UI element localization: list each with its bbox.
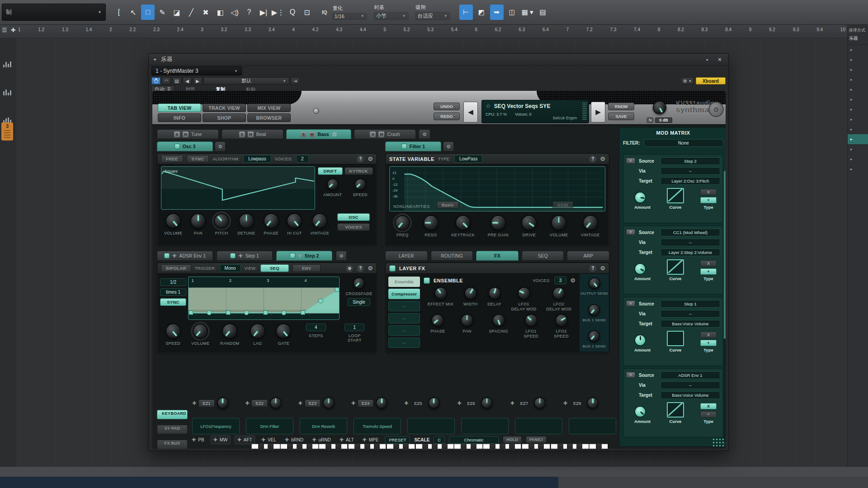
browser-row[interactable]: ▸	[848, 164, 868, 174]
move-icon[interactable]: ✚	[245, 400, 249, 406]
close-icon[interactable]: ✕	[716, 56, 724, 63]
knob[interactable]	[534, 397, 546, 409]
seq-sync-button[interactable]: SYNC	[160, 298, 186, 306]
steps-value[interactable]: 4	[306, 324, 326, 331]
knob[interactable]	[165, 213, 181, 229]
piano-key-black[interactable]	[461, 444, 467, 449]
type-plus-button[interactable]: +	[700, 411, 717, 418]
prev-preset-arrow[interactable]: ◀	[463, 102, 478, 122]
normalize-toggle[interactable]: N	[647, 117, 653, 123]
source-value[interactable]: Step 2	[660, 157, 720, 165]
source-value[interactable]: ADSR Env 1	[660, 371, 720, 379]
view-button-track-view[interactable]: TRACK VIEW	[203, 103, 246, 112]
insert-button[interactable]: ⇥	[291, 77, 300, 84]
piano-key-black[interactable]	[471, 444, 476, 449]
view-button-mix-view[interactable]: MIX VIEW	[247, 103, 291, 112]
mod-matrix-scrollbar[interactable]	[724, 171, 726, 442]
page-tab-seq[interactable]: SEQ	[522, 251, 564, 261]
quantize-b-icon[interactable]: ▶⋮	[271, 5, 285, 20]
piano-key-black[interactable]	[297, 444, 302, 449]
browser-row[interactable]: ▸	[848, 124, 868, 134]
knob[interactable]	[193, 324, 208, 339]
knob[interactable]	[323, 397, 335, 409]
controller-brnd[interactable]: ✚bRND	[283, 436, 306, 444]
enable-checkbox[interactable]	[230, 253, 236, 258]
split-view-icon[interactable]: ◫	[505, 5, 519, 20]
next-preset-button[interactable]: ▶	[193, 77, 202, 84]
piano-key-black[interactable]	[364, 444, 370, 449]
piano-key-black[interactable]	[354, 444, 360, 449]
filter-graph[interactable]: 120-12-24-36NONLINEARITIESBasicACID	[389, 166, 605, 211]
piano-key-black[interactable]	[287, 444, 293, 449]
view-button-browser[interactable]: BROWSER	[247, 113, 291, 122]
side-button-keyboard[interactable]: KEYBOARD	[157, 410, 188, 419]
save-button[interactable]: SAVE	[608, 113, 634, 120]
layer-gear-icon[interactable]: ⚙	[332, 131, 337, 138]
scale-key-value[interactable]: C	[434, 436, 445, 444]
solo-button[interactable]: S	[239, 131, 245, 137]
piano-key-black[interactable]	[335, 444, 341, 449]
scale-preset-button[interactable]: PRESET	[385, 436, 410, 444]
instrument-dropdown[interactable]: 1 - SynthMaster 3▼	[151, 66, 242, 75]
seq-view-button[interactable]: SEQ	[260, 264, 289, 272]
acid-button[interactable]: ACID	[552, 201, 573, 209]
source-value[interactable]: Step 1	[660, 300, 720, 308]
plugin-power-button[interactable]	[151, 77, 160, 84]
step-sequencer-display[interactable]: 12341111	[188, 277, 340, 320]
gear-icon[interactable]: ⚙	[368, 265, 373, 272]
view-button-shop[interactable]: SHOP	[203, 113, 246, 122]
knob[interactable]	[353, 277, 365, 289]
snap-dropdown[interactable]: 自适应▼	[415, 12, 450, 20]
knob[interactable]	[327, 178, 339, 190]
mute-tool-icon[interactable]: ✖	[199, 5, 212, 20]
instrument-track-badge[interactable]: 3	[1, 122, 13, 141]
knob[interactable]	[461, 314, 473, 327]
curve-button[interactable]	[667, 188, 684, 203]
panic-button[interactable]: PANIC!	[526, 436, 547, 443]
type-plus-button[interactable]: +	[700, 197, 717, 203]
view-button-info[interactable]: INFO	[158, 113, 201, 122]
kytrck-button[interactable]: KYTRCK	[344, 167, 373, 175]
filter1-gear-icon[interactable]: ⚙	[443, 141, 454, 151]
browser-row[interactable]: ▸	[848, 114, 868, 124]
seq-ratio-value[interactable]: 1/2	[160, 278, 186, 286]
knob[interactable]	[276, 324, 291, 339]
knob[interactable]	[434, 287, 447, 300]
slot-delete-button[interactable]: X	[626, 158, 635, 164]
knob[interactable]	[491, 215, 506, 230]
knob[interactable]	[287, 213, 302, 229]
slot-delete-button[interactable]: X	[626, 300, 635, 306]
ez-assignment-7[interactable]	[515, 418, 562, 434]
ez-assignment-2[interactable]: Drm Filter	[246, 418, 293, 434]
ez-button-6[interactable]: EZ6	[463, 400, 478, 407]
enable-checkbox[interactable]	[389, 265, 396, 272]
voices-value[interactable]: 3	[554, 277, 567, 284]
enable-checkbox[interactable]	[401, 144, 407, 149]
automation-dial-button[interactable]: ◠	[162, 77, 171, 84]
layer-tab-bass[interactable]: SMBass⚙	[286, 129, 351, 139]
piano-key-black[interactable]	[567, 444, 573, 449]
move-icon[interactable]: ✚	[404, 400, 408, 406]
knob[interactable]	[165, 324, 181, 339]
enable-checkbox[interactable]	[290, 253, 295, 258]
piano-key-black[interactable]	[403, 444, 409, 449]
type-x-button[interactable]: X	[700, 189, 717, 195]
listen-tool-icon[interactable]: ◁)	[228, 5, 241, 20]
knob[interactable]	[395, 215, 410, 230]
next-preset-arrow[interactable]: ▶	[591, 102, 605, 122]
quantize-dropdown[interactable]: 1/16▼	[332, 13, 367, 20]
knob[interactable]	[190, 213, 206, 229]
knob[interactable]	[264, 213, 279, 229]
mod-tab-step-2[interactable]: ✚Step 2	[276, 251, 332, 261]
page-tab-fx[interactable]: FX	[476, 251, 519, 261]
help-icon[interactable]: ?	[589, 265, 596, 272]
layer-tab-beat[interactable]: SMBeat	[222, 129, 283, 139]
eraser-tool-icon[interactable]: ◪	[170, 5, 184, 20]
amount-knob[interactable]	[634, 192, 646, 203]
quantize-a-icon[interactable]: ▶|	[257, 5, 270, 20]
prev-preset-button[interactable]: ◀	[183, 77, 192, 84]
gear-icon[interactable]: ⚙	[570, 277, 576, 284]
crossfade-mode-value[interactable]: Single	[348, 298, 370, 306]
piano-key-black[interactable]	[258, 444, 264, 449]
env-view-button[interactable]: ENV	[292, 264, 321, 272]
